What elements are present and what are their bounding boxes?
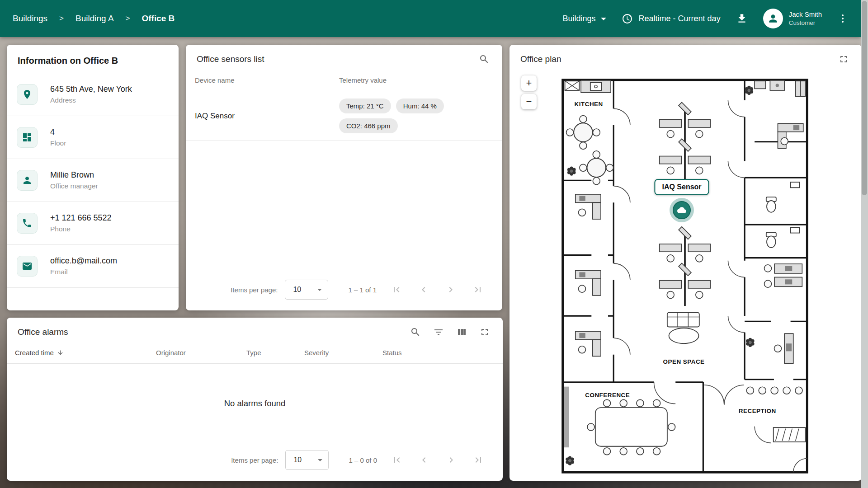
telemetry-chips: Temp: 21 °C Hum: 44 % CO2: 466 ppm bbox=[339, 96, 484, 136]
last-page-icon bbox=[473, 455, 484, 465]
info-label-email: Email bbox=[50, 268, 117, 276]
column-device-name[interactable]: Device name bbox=[186, 76, 339, 84]
info-value-email: office.b@mail.com bbox=[50, 256, 117, 266]
sensors-search-button[interactable] bbox=[479, 54, 490, 65]
info-value-address: 645 5th Ave, New York bbox=[50, 84, 132, 94]
info-texts: +1 121 666 5522 Phone bbox=[50, 213, 112, 233]
page-scrollbar[interactable] bbox=[861, 0, 868, 488]
timewindow-label: Realtime - Current day bbox=[639, 14, 721, 23]
info-row-manager: Millie Brown Office manager bbox=[7, 159, 179, 202]
zoom-controls: + − bbox=[521, 75, 537, 109]
items-per-page-label: Items per page: bbox=[231, 286, 278, 294]
page-range-label: 1 – 0 of 0 bbox=[349, 456, 377, 464]
items-per-page-value: 10 bbox=[293, 286, 301, 294]
top-bar-actions: Buildings Realtime - Current day Jack Sm… bbox=[563, 9, 848, 28]
first-page-icon bbox=[392, 455, 402, 465]
breadcrumb-building-a[interactable]: Building A bbox=[75, 14, 114, 23]
items-per-page-select[interactable]: 10 bbox=[285, 450, 329, 470]
column-type[interactable]: Type bbox=[246, 349, 304, 357]
alarms-filter-button[interactable] bbox=[433, 327, 444, 338]
breadcrumb-separator: > bbox=[126, 14, 130, 23]
info-texts: Millie Brown Office manager bbox=[50, 170, 98, 190]
download-icon bbox=[736, 13, 748, 24]
sensors-card-head: Office sensors list bbox=[186, 45, 502, 65]
items-per-page-select[interactable]: 10 bbox=[285, 280, 328, 300]
filter-icon bbox=[433, 327, 444, 338]
fullscreen-icon bbox=[479, 327, 490, 338]
zoom-out-button[interactable]: − bbox=[521, 94, 537, 109]
items-per-page-label: Items per page: bbox=[231, 456, 278, 464]
column-originator[interactable]: Originator bbox=[156, 349, 246, 357]
column-telemetry-value[interactable]: Telemetry value bbox=[339, 76, 387, 84]
download-button[interactable] bbox=[736, 13, 748, 24]
next-page-button[interactable] bbox=[446, 455, 457, 465]
buildings-select[interactable]: Buildings bbox=[563, 14, 606, 23]
alarms-fullscreen-button[interactable] bbox=[479, 327, 490, 338]
previous-page-button[interactable] bbox=[418, 284, 429, 295]
fullscreen-icon bbox=[838, 54, 849, 65]
paginator-nav bbox=[392, 455, 484, 465]
first-page-icon bbox=[391, 284, 402, 295]
last-page-icon bbox=[472, 284, 483, 295]
next-page-button[interactable] bbox=[445, 284, 456, 295]
telemetry-chip-co2: CO2: 466 ppm bbox=[339, 118, 398, 133]
clock-icon bbox=[622, 13, 633, 24]
sensors-table-header: Device name Telemetry value bbox=[186, 68, 502, 91]
person-icon bbox=[767, 13, 779, 24]
person-icon bbox=[17, 170, 38, 191]
more-menu-button[interactable] bbox=[837, 13, 848, 24]
paginator-nav bbox=[391, 284, 483, 295]
scrollbar-thumb[interactable] bbox=[862, 1, 867, 195]
search-icon bbox=[410, 327, 421, 338]
alarms-toolbar bbox=[410, 327, 490, 338]
info-widget: Information on Office B 645 5th Ave, New… bbox=[7, 45, 179, 310]
air-quality-cloud-icon bbox=[673, 201, 691, 219]
plan-widget-title: Office plan bbox=[520, 54, 561, 64]
last-page-button[interactable] bbox=[472, 284, 483, 295]
previous-page-button[interactable] bbox=[419, 455, 429, 465]
user-name: Jack Smith bbox=[789, 10, 822, 19]
alarms-paginator: Items per page: 10 1 – 0 of 0 bbox=[7, 443, 503, 481]
user-role: Customer bbox=[789, 19, 822, 27]
alarms-columns-button[interactable] bbox=[456, 327, 467, 338]
alarms-search-button[interactable] bbox=[410, 327, 421, 338]
room-label-reception: RECEPTION bbox=[739, 408, 776, 414]
room-label-kitchen: KITCHEN bbox=[575, 101, 603, 108]
sensors-widget-title: Office sensors list bbox=[197, 54, 264, 64]
kebab-menu-icon bbox=[837, 13, 848, 24]
info-label-phone: Phone bbox=[50, 225, 112, 233]
info-label-address: Address bbox=[50, 96, 132, 104]
breadcrumb: Buildings > Building A > Office B bbox=[13, 14, 175, 23]
email-icon bbox=[17, 256, 38, 277]
top-bar: Buildings > Building A > Office B Buildi… bbox=[0, 0, 861, 37]
table-row[interactable]: IAQ Sensor Temp: 21 °C Hum: 44 % CO2: 46… bbox=[186, 91, 502, 141]
timewindow-button[interactable]: Realtime - Current day bbox=[622, 13, 721, 24]
info-row-address: 645 5th Ave, New York Address bbox=[7, 73, 179, 116]
last-page-button[interactable] bbox=[473, 455, 484, 465]
floor-plan-svg: KITCHEN OPEN SPACE CONFERENCE RECEPTION bbox=[561, 78, 809, 474]
first-page-button[interactable] bbox=[391, 284, 402, 295]
floor-plan[interactable]: KITCHEN OPEN SPACE CONFERENCE RECEPTION … bbox=[561, 78, 809, 474]
room-label-open-space: OPEN SPACE bbox=[663, 358, 705, 365]
column-status[interactable]: Status bbox=[382, 349, 503, 357]
avatar bbox=[763, 9, 783, 28]
column-created-time[interactable]: Created time bbox=[15, 349, 156, 357]
info-texts: 645 5th Ave, New York Address bbox=[50, 84, 132, 104]
info-value-manager: Millie Brown bbox=[50, 170, 98, 180]
chevron-right-icon bbox=[446, 455, 457, 465]
office-plan-widget: Office plan + − bbox=[509, 45, 862, 481]
user-menu[interactable]: Jack Smith Customer bbox=[763, 9, 822, 28]
alarms-widget-title: Office alarms bbox=[18, 327, 68, 337]
info-widget-title: Information on Office B bbox=[7, 45, 179, 73]
plan-fullscreen-button[interactable] bbox=[838, 54, 849, 65]
breadcrumb-buildings[interactable]: Buildings bbox=[13, 14, 47, 23]
first-page-button[interactable] bbox=[392, 455, 402, 465]
info-texts: 4 Floor bbox=[50, 127, 66, 147]
iaq-sensor-label[interactable]: IAQ Sensor bbox=[654, 179, 709, 195]
iaq-sensor-marker[interactable] bbox=[670, 198, 694, 222]
zoom-in-button[interactable]: + bbox=[521, 75, 537, 91]
column-severity[interactable]: Severity bbox=[304, 349, 382, 357]
alarms-widget: Office alarms Created time Originator Ty… bbox=[7, 318, 503, 481]
sensors-widget: Office sensors list Device name Telemetr… bbox=[186, 45, 502, 310]
info-row-email: office.b@mail.com Email bbox=[7, 245, 179, 288]
